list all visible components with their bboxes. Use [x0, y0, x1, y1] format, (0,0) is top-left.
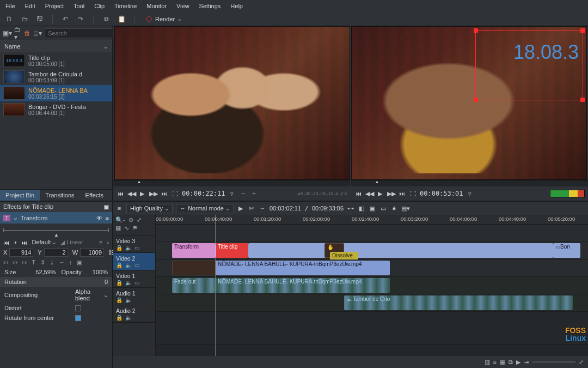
mute-icon[interactable]: 🔈: [125, 262, 132, 268]
clip-title[interactable]: Title clip: [216, 243, 248, 258]
rotate-from-center-checkbox[interactable]: [75, 315, 81, 321]
list-view-icon[interactable]: ≣▾: [34, 29, 41, 37]
mute-icon[interactable]: 🔈: [125, 280, 132, 286]
play-icon[interactable]: ▶: [138, 190, 146, 197]
goto-end-icon[interactable]: ⏭: [160, 190, 168, 197]
favorite-icon[interactable]: ★: [390, 205, 398, 212]
clip-nomade-audio[interactable]: NÔMADE- LENNA BAHULE- KUPURA-tnBqmP3ezUw…: [216, 278, 390, 293]
lock-icon[interactable]: 🔒: [116, 245, 122, 251]
forward-icon[interactable]: ▶▶: [387, 190, 395, 197]
bin-item[interactable]: Tambor de Crioula d00:00:53:09 [1]: [0, 69, 112, 85]
minus-icon[interactable]: −: [239, 190, 247, 197]
x-input[interactable]: [9, 248, 33, 257]
save-icon[interactable]: 🖫: [36, 15, 44, 23]
effect-visible-icon[interactable]: 👁: [96, 215, 102, 221]
rewind-icon[interactable]: ◀◀: [365, 190, 373, 197]
menu-monitor[interactable]: Monitor: [146, 3, 167, 9]
new-icon[interactable]: 🗋: [5, 15, 13, 23]
options-icon[interactable]: ≡: [99, 239, 102, 246]
edit-mode-dropdown[interactable]: ↔Normal mode⌵: [176, 204, 234, 213]
align-bottom-icon[interactable]: ⤓: [50, 259, 54, 266]
opacity-value[interactable]: 100%: [93, 269, 108, 275]
clip-transform[interactable]: Transform: [172, 243, 216, 258]
plus-icon[interactable]: +: [250, 190, 258, 197]
track-video2[interactable]: Transform Title clip ✋ Dissolve ▭Bon: [156, 242, 588, 260]
lock-icon[interactable]: 🔒: [116, 315, 122, 321]
clip-monitor-timecode[interactable]: 00:00:22:11: [182, 190, 225, 197]
hide-icon[interactable]: ▭: [134, 245, 139, 251]
effect-menu-icon[interactable]: ≡: [106, 215, 109, 221]
status-icon[interactable]: ▦: [500, 359, 505, 366]
paste-icon[interactable]: 📋: [118, 15, 125, 23]
timeline-tracks[interactable]: 00:00:00:00 00:00:40:00 00:01:20:00 00:0…: [156, 215, 588, 356]
track-empty[interactable]: [156, 312, 588, 345]
track-header-audio2[interactable]: Audio 2🔒🔈: [113, 305, 155, 323]
align-hcenter-icon[interactable]: ⇔: [13, 259, 17, 266]
keyframe-slider[interactable]: ▲: [3, 225, 109, 237]
timeline-playhead[interactable]: [216, 215, 216, 356]
bin-item[interactable]: NÔMADE- LENNA BA00:03:26:15 [2]: [0, 85, 112, 101]
fit-width-icon[interactable]: ↔: [59, 259, 65, 266]
clip-video-short[interactable]: [172, 261, 216, 275]
menu-timeline[interactable]: Timeline: [114, 3, 137, 9]
zoom-slider[interactable]: [532, 361, 575, 363]
mute-icon[interactable]: 🔈: [125, 245, 132, 251]
fit-height-icon[interactable]: ↕: [69, 259, 72, 266]
tab-project-bin[interactable]: Project Bin: [0, 190, 40, 201]
rotation-value[interactable]: 0: [105, 279, 108, 285]
goto-start-icon[interactable]: ⏮: [354, 190, 362, 197]
panel-menu-icon[interactable]: ▣: [103, 203, 109, 210]
lock-icon[interactable]: 🔒: [116, 297, 122, 303]
add-clip-icon[interactable]: ▣▾: [3, 29, 11, 37]
clip-fadeout[interactable]: Fade out: [172, 278, 216, 293]
marker-icon[interactable]: ▿: [466, 190, 474, 197]
compositing-dropdown[interactable]: Alpha blend: [75, 288, 99, 301]
align-left-icon[interactable]: ⤆: [3, 259, 8, 266]
track-header-audio1[interactable]: Audio 1🔒🔈: [113, 288, 155, 305]
menu-file[interactable]: File: [5, 3, 15, 9]
goto-end-icon[interactable]: ⏭: [398, 190, 406, 197]
lock-icon[interactable]: 🔒: [116, 280, 122, 286]
menu-clip[interactable]: Clip: [94, 3, 105, 9]
track-video1[interactable]: NÔMADE- LENNA BAHULE- KUPURA-tnBqmP3ezUw…: [156, 260, 588, 277]
delete-icon[interactable]: 🗑: [24, 29, 30, 37]
marker-icon[interactable]: ▿: [228, 190, 236, 197]
extract-icon[interactable]: ▣: [369, 205, 376, 212]
add-keyframe-icon[interactable]: +: [14, 239, 17, 246]
copy-icon[interactable]: ⧉: [102, 15, 110, 23]
w-input[interactable]: [80, 248, 104, 257]
track-header-video2[interactable]: Video 2🔒🔈▭: [113, 253, 155, 270]
chevron-right-icon[interactable]: ›: [107, 239, 109, 246]
project-monitor-scrubber[interactable]: [351, 180, 588, 186]
status-icon[interactable]: ⧉: [509, 359, 513, 366]
lock-icon[interactable]: 🔒: [116, 262, 122, 268]
open-icon[interactable]: 🗁: [21, 15, 28, 23]
timeline-position[interactable]: 00:03:02:11 / 00:09:33:06: [270, 205, 344, 212]
align-top-icon[interactable]: ⤒: [31, 259, 36, 266]
track-audio1[interactable]: Fade out NÔMADE- LENNA BAHULE- KUPURA-tn…: [156, 277, 588, 294]
selection-tool-icon[interactable]: ▶: [237, 205, 244, 212]
razor-tool-icon[interactable]: ✄: [248, 205, 255, 212]
prev-keyframe-icon[interactable]: ⏮: [3, 239, 9, 246]
zoom-fit-icon[interactable]: ⤢: [579, 359, 584, 366]
clip-monitor-scrubber[interactable]: [113, 180, 350, 186]
size-value[interactable]: 52,59%: [35, 269, 56, 275]
project-monitor-timecode[interactable]: 00:00:53:01: [420, 190, 463, 197]
track-compositing-icon[interactable]: ≡: [115, 205, 123, 212]
y-input[interactable]: [44, 248, 68, 257]
insert-icon[interactable]: •◦•: [347, 205, 354, 212]
preset-dropdown[interactable]: Default ⌵: [32, 239, 56, 246]
clip-tambor-audio[interactable]: 🔈Tambor de Crio: [344, 295, 573, 310]
play-icon[interactable]: ▶: [376, 190, 384, 197]
zoom-out-icon[interactable]: 🔍-: [115, 216, 125, 224]
menu-view[interactable]: View: [176, 3, 189, 9]
menu-project[interactable]: Project: [45, 3, 64, 9]
project-monitor-viewport[interactable]: 18.08.3: [351, 26, 587, 180]
status-icon[interactable]: ▶: [516, 359, 520, 366]
menu-help[interactable]: Help: [230, 3, 243, 9]
timeline-ruler[interactable]: 00:00:00:00 00:00:40:00 00:01:20:00 00:0…: [156, 215, 588, 225]
forward-icon[interactable]: ▶▶: [149, 190, 157, 197]
overwrite-icon[interactable]: ◧: [358, 205, 365, 212]
bin-item[interactable]: Bongar - DVD - Festa00:06:44:00 [1]: [0, 101, 112, 118]
track-audio2[interactable]: 🔈Tambor de Crio: [156, 294, 588, 312]
